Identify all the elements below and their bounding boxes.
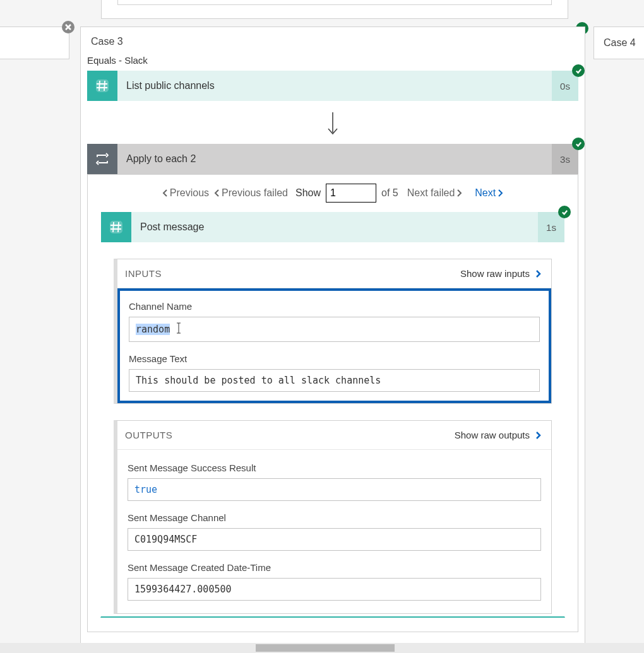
close-icon[interactable]: [62, 21, 75, 33]
inputs-panel: INPUTS Show raw inputs Channel Name rand…: [114, 259, 552, 404]
inputs-highlight: Channel Name random Message Text This sh…: [117, 288, 551, 403]
action-post-message[interactable]: Post message 1s: [101, 212, 564, 242]
action-title: Apply to each 2: [126, 153, 196, 165]
output-field-label: Sent Message Created Date-Time: [128, 562, 541, 573]
loop-body: Previous Previous failed Show of 5 Next …: [87, 174, 578, 632]
svg-rect-0: [96, 79, 109, 92]
outputs-panel: OUTPUTS Show raw outputs Sent Message Su…: [114, 420, 552, 614]
pager-previous-failed[interactable]: Previous failed: [214, 187, 288, 199]
loop-icon: [87, 144, 117, 174]
output-field-label: Sent Message Success Result: [128, 462, 541, 473]
message-text-value[interactable]: This should be posted to all slack chann…: [129, 369, 540, 392]
channel-name-label: Channel Name: [129, 301, 540, 312]
partial-card-top: [101, 0, 568, 19]
channel-name-value[interactable]: random: [129, 317, 540, 342]
action-list-channels[interactable]: List public channels 0s: [87, 71, 578, 101]
pager-next-failed[interactable]: Next failed: [407, 187, 463, 199]
pager: Previous Previous failed Show of 5 Next …: [88, 175, 578, 211]
slack-hash-icon: [101, 212, 131, 242]
action-title: Post message: [140, 221, 204, 233]
success-check-icon: [558, 206, 571, 218]
show-raw-outputs[interactable]: Show raw outputs: [455, 430, 541, 440]
success-check-icon: [572, 64, 585, 77]
show-raw-inputs[interactable]: Show raw inputs: [460, 268, 541, 279]
case-title: Case 3: [81, 27, 585, 55]
pager-next[interactable]: Next: [475, 187, 503, 199]
output-field-value[interactable]: C019Q94MSCF: [128, 528, 541, 551]
message-text-label: Message Text: [129, 353, 540, 364]
inputs-title: INPUTS: [125, 268, 162, 279]
pager-input[interactable]: [326, 184, 376, 203]
action-title: List public channels: [126, 80, 215, 91]
case-subtitle: Equals - Slack: [81, 55, 585, 71]
post-message-card: Post message 1s INPUTS Show raw inputs: [100, 211, 565, 618]
case-right-title: Case 4: [604, 37, 636, 49]
pager-show-label: Show: [295, 187, 321, 199]
output-field-value[interactable]: 1599364427.000500: [128, 578, 541, 601]
next-case-card[interactable]: Case 4: [593, 26, 644, 59]
pager-previous[interactable]: Previous: [162, 187, 209, 199]
arrow-down-icon: [81, 101, 585, 144]
text-cursor-icon: [176, 322, 181, 336]
outputs-title: OUTPUTS: [125, 430, 172, 440]
output-field-label: Sent Message Channel: [128, 512, 541, 523]
svg-rect-1: [110, 221, 122, 233]
horizontal-scrollbar[interactable]: [0, 643, 644, 653]
success-check-icon: [572, 138, 585, 150]
pager-of-text: of 5: [381, 187, 398, 199]
slack-hash-icon: [87, 71, 117, 101]
action-apply-to-each[interactable]: Apply to each 2 3s: [87, 144, 578, 174]
prev-case-card[interactable]: [0, 26, 69, 59]
case-card: Case 3 Equals - Slack List public channe…: [80, 26, 585, 645]
scrollbar-thumb[interactable]: [256, 644, 395, 652]
output-field-value[interactable]: true: [128, 478, 541, 501]
